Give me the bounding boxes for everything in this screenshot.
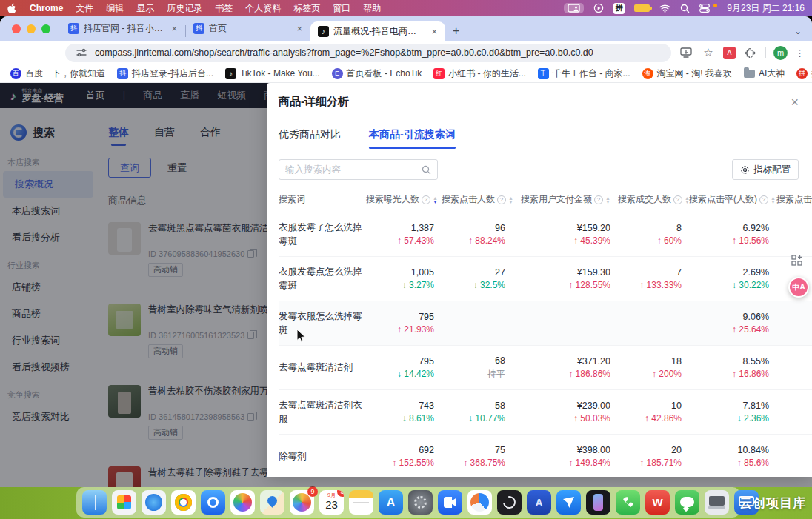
- dock-system-settings-icon[interactable]: [408, 490, 433, 515]
- bookmark-pdd[interactable]: 拼拼多多 商家后台: [796, 67, 812, 80]
- window-controls: [0, 24, 61, 41]
- dock-capcut-icon[interactable]: [497, 490, 522, 515]
- help-icon[interactable]: ?: [422, 195, 430, 204]
- bookmark-tiktok[interactable]: ♪TikTok - Make You...: [225, 68, 320, 79]
- table-row[interactable]: 除霉剂 692↑ 152.55% 75↑ 368.75% ¥398.00↑ 14…: [279, 435, 812, 479]
- pdd-icon: 拼: [796, 68, 808, 79]
- menu-clock[interactable]: 9月23日 周二 21:16: [727, 2, 805, 15]
- menu-bar: Chrome 文件 编辑 显示 历史记录 书签 个人资料 标签页 窗口 帮助 拼…: [0, 0, 812, 16]
- profile-avatar[interactable]: m: [773, 46, 788, 60]
- dock-notes-icon[interactable]: [349, 490, 373, 515]
- help-icon[interactable]: ?: [497, 195, 506, 204]
- translate-float-button[interactable]: 中A: [788, 277, 809, 298]
- menu-profiles[interactable]: 个人资料: [245, 2, 281, 15]
- menu-bookmarks[interactable]: 书签: [215, 2, 233, 15]
- modal-tab-compare[interactable]: 优秀商品对比: [279, 128, 341, 149]
- browser-menu-icon[interactable]: ⋮: [795, 47, 805, 58]
- dock-feishu-icon[interactable]: [556, 490, 581, 515]
- menu-help[interactable]: 帮助: [363, 2, 381, 15]
- bookmark-baidu[interactable]: 百百度一下，你就知道: [10, 67, 105, 80]
- dock-photos-icon[interactable]: 9: [290, 490, 314, 515]
- col-pay-amount: 搜索用户支付金额?▲▼: [513, 187, 618, 212]
- bookmark-qianniu[interactable]: 千千牛工作台 - 商家...: [538, 67, 630, 80]
- dock-wps-office-icon[interactable]: W: [645, 490, 670, 515]
- screen-record-icon[interactable]: [593, 3, 604, 13]
- dock-360-browser-icon[interactable]: [230, 490, 255, 515]
- tab-strip: 抖 抖店官网 - 抖音小店，抖音电… × 抖 首页 × ♪ 流量概况-抖音电商罗…: [0, 16, 812, 41]
- dock-quark-browser-icon[interactable]: [201, 490, 225, 515]
- site-settings-icon[interactable]: [74, 45, 89, 60]
- control-center-icon[interactable]: [699, 4, 710, 13]
- search-input[interactable]: [285, 164, 422, 175]
- menu-history[interactable]: 历史记录: [167, 2, 202, 15]
- table-row[interactable]: 衣服发霉了怎么洗掉霉斑 1,387↑ 57.43% 96↑ 88.24% ¥15…: [279, 212, 812, 257]
- bookmark-taobao[interactable]: 淘淘宝网 - 淘! 我喜欢: [642, 67, 732, 80]
- tab-close-icon[interactable]: ×: [294, 23, 304, 34]
- dock-iphone-mirroring-icon[interactable]: [586, 490, 610, 515]
- metric-config-button[interactable]: 指标配置: [732, 159, 799, 180]
- tab-compass-active[interactable]: ♪ 流量概况-抖音电商罗盘 ×: [310, 21, 445, 41]
- dock-app-store-icon[interactable]: A: [379, 490, 403, 515]
- modal-close-icon[interactable]: ×: [791, 96, 799, 109]
- screen-mirroring-icon[interactable]: [564, 3, 584, 13]
- help-icon[interactable]: ?: [673, 195, 682, 204]
- tab-home[interactable]: 抖 首页 ×: [186, 19, 310, 38]
- wifi-icon[interactable]: [659, 4, 670, 13]
- dock-maps-icon[interactable]: [260, 490, 284, 515]
- sort-icon[interactable]: ▲▼: [508, 196, 513, 204]
- table-row[interactable]: 去霉点霉斑清洁剂衣服 743↓ 8.61% 58↓ 10.77% ¥239.00…: [279, 390, 812, 435]
- widget-grid-icon[interactable]: [791, 255, 803, 267]
- menu-tabs[interactable]: 标签页: [293, 2, 320, 15]
- menu-view[interactable]: 显示: [136, 2, 154, 15]
- dock-safari-icon[interactable]: [142, 490, 166, 515]
- url-text[interactable]: compass.jinritemai.com/shop/search/traff…: [95, 47, 593, 58]
- new-tab-button[interactable]: +: [445, 24, 467, 41]
- bookmark-star-icon[interactable]: ☆: [701, 45, 716, 60]
- omnibox[interactable]: compass.jinritemai.com/shop/search/traff…: [65, 44, 671, 62]
- search-icon[interactable]: [422, 165, 431, 175]
- modal-tab-search-words[interactable]: 本商品-引流搜索词: [369, 128, 456, 149]
- minimize-window-button[interactable]: [27, 24, 36, 33]
- help-icon[interactable]: ?: [594, 195, 603, 204]
- help-icon[interactable]: ?: [759, 195, 768, 204]
- zoom-window-button[interactable]: [41, 24, 50, 33]
- bookmark-xiaohongshu[interactable]: 红小红书 - 你的生活...: [433, 67, 526, 80]
- dock-baidu-netdisk-icon[interactable]: [467, 490, 492, 515]
- close-window-button[interactable]: [12, 24, 21, 33]
- mouse-cursor: [296, 329, 306, 343]
- translate-extension-icon[interactable]: A: [723, 47, 736, 59]
- send-to-device-icon[interactable]: [679, 45, 693, 60]
- dock-calendar-icon[interactable]: 9月233: [319, 490, 344, 515]
- dock-remote-display-icon[interactable]: [705, 490, 729, 515]
- dock-wechat-icon[interactable]: [675, 490, 699, 515]
- sort-icon[interactable]: ▲▼: [433, 196, 438, 204]
- apple-menu-icon[interactable]: [7, 3, 17, 14]
- menu-window[interactable]: 窗口: [333, 2, 350, 15]
- bookmark-folder-ai[interactable]: AI大神: [744, 67, 785, 80]
- dock-launchpad-icon[interactable]: [112, 490, 136, 515]
- dock-facetime-icon[interactable]: [616, 490, 640, 515]
- input-source-icon[interactable]: 拼: [613, 3, 625, 14]
- spotlight-icon[interactable]: [680, 4, 690, 13]
- tab-close-icon[interactable]: ×: [169, 23, 179, 34]
- sort-icon[interactable]: ▲▼: [771, 196, 776, 204]
- dock-meeting-app-icon[interactable]: [438, 490, 462, 515]
- table-row[interactable]: 衣服发霉点怎么洗掉霉斑 1,005↓ 3.27% 27↓ 32.5% ¥159.…: [279, 257, 812, 301]
- dock-reading-app-icon[interactable]: A: [527, 490, 551, 515]
- dock-chrome-icon[interactable]: [171, 490, 196, 515]
- tab-close-icon[interactable]: ×: [429, 26, 439, 37]
- bookmark-echotik[interactable]: E首页看板 - EchoTik: [332, 67, 422, 80]
- menu-edit[interactable]: 编辑: [106, 2, 124, 15]
- dock-finder-icon[interactable]: [82, 490, 107, 515]
- menu-chrome[interactable]: Chrome: [30, 3, 63, 13]
- table-row[interactable]: 去霉点霉斑清洁剂 795↓ 14.42% 68持平 ¥371.20↑ 186.8…: [279, 346, 812, 390]
- watermark: 云创项目库: [739, 495, 806, 512]
- tab-search-chevron-icon[interactable]: ⌄: [794, 26, 812, 41]
- bookmark-doudian-login[interactable]: 抖抖店登录-抖店后台...: [117, 67, 213, 80]
- sort-icon[interactable]: ▲▼: [605, 196, 610, 204]
- extensions-puzzle-icon[interactable]: [743, 45, 758, 60]
- battery-icon[interactable]: [634, 4, 650, 12]
- tab-doudian[interactable]: 抖 抖店官网 - 抖音小店，抖音电… ×: [61, 19, 185, 38]
- table-row[interactable]: 发霉衣服怎么洗掉霉斑 795↑ 21.93% 9.06%↑ 25.64% 8↓: [279, 301, 812, 346]
- menu-file[interactable]: 文件: [76, 2, 93, 15]
